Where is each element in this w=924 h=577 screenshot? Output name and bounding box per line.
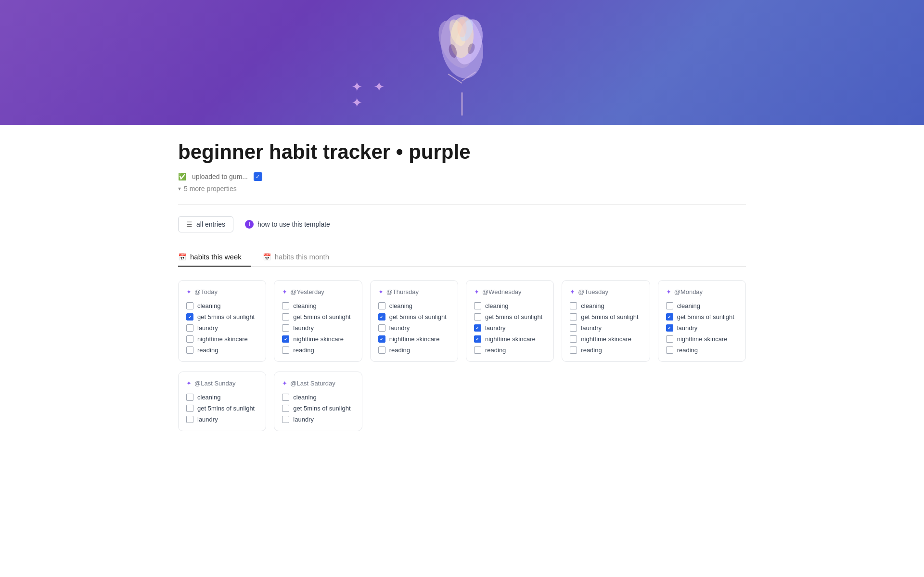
habit-checkbox[interactable] <box>378 346 385 354</box>
tab-habits-week[interactable]: 📅 habits this week <box>178 248 251 267</box>
habit-label: laundry <box>389 324 410 332</box>
habit-checkbox[interactable] <box>666 335 673 343</box>
all-entries-button[interactable]: ☰ all entries <box>178 216 233 232</box>
habit-item: get 5mins of sunlight <box>474 313 546 321</box>
habit-checkbox[interactable] <box>570 302 577 309</box>
habit-checkbox[interactable] <box>186 302 193 309</box>
day-header-tuesday: ✦@Tuesday <box>570 288 642 295</box>
habit-item: nighttime skincare <box>666 335 738 343</box>
day-header-wednesday: ✦@Wednesday <box>474 288 546 295</box>
tab-habits-month-label: habits this month <box>275 253 329 261</box>
habit-item: cleaning <box>186 302 258 309</box>
how-to-button[interactable]: i how to use this template <box>245 220 330 229</box>
habit-label: get 5mins of sunlight <box>389 313 447 321</box>
habit-label: laundry <box>581 324 602 332</box>
habit-label: get 5mins of sunlight <box>197 405 255 412</box>
habit-label: nighttime skincare <box>581 335 631 343</box>
habit-item: cleaning <box>570 302 642 309</box>
sparkle-icon: ✦ <box>570 288 575 295</box>
habit-checkbox[interactable] <box>186 405 193 412</box>
days-grid-row1: ✦@Todaycleaningget 5mins of sunlightlaun… <box>178 280 746 362</box>
habit-checkbox[interactable] <box>186 394 193 401</box>
sparkle-icon: ✦ <box>186 288 192 295</box>
habit-label: reading <box>677 346 698 354</box>
habit-checkbox[interactable] <box>666 313 673 321</box>
chevron-down-icon: ▾ <box>178 185 181 192</box>
habit-label: reading <box>293 346 314 354</box>
page-content: beginner habit tracker • purple ✅ upload… <box>149 141 775 460</box>
habit-checkbox[interactable] <box>186 346 193 354</box>
habit-checkbox[interactable] <box>282 335 289 343</box>
tab-habits-month[interactable]: 📅 habits this month <box>263 248 339 267</box>
habit-checkbox[interactable] <box>282 416 289 423</box>
habit-checkbox[interactable] <box>186 313 193 321</box>
divider <box>178 204 746 205</box>
habit-checkbox[interactable] <box>378 324 385 332</box>
sparkle-icon: ✦ <box>186 380 192 387</box>
habit-label: get 5mins of sunlight <box>293 313 350 321</box>
day-header-yesterday: ✦@Yesterday <box>282 288 354 295</box>
more-properties-label: 5 more properties <box>184 185 237 192</box>
tabs-row: 📅 habits this week 📅 habits this month <box>178 248 746 267</box>
habit-label: nighttime skincare <box>293 335 344 343</box>
habit-checkbox[interactable] <box>378 302 385 309</box>
sparkle-icon: ✦ <box>282 288 287 295</box>
habit-checkbox[interactable] <box>666 346 673 354</box>
habit-label: laundry <box>293 416 314 423</box>
svg-point-9 <box>457 19 466 37</box>
habit-checkbox[interactable] <box>282 313 289 321</box>
day-header-text-thursday: @Thursday <box>386 288 419 295</box>
day-card-yesterday: ✦@Yesterdaycleaningget 5mins of sunlight… <box>274 280 362 362</box>
habit-checkbox[interactable] <box>570 324 577 332</box>
habit-item: laundry <box>570 324 642 332</box>
habit-checkbox[interactable] <box>378 335 385 343</box>
day-header-today: ✦@Today <box>186 288 258 295</box>
hero-flower-image <box>419 10 505 115</box>
habit-item: laundry <box>666 324 738 332</box>
habit-checkbox[interactable] <box>474 313 481 321</box>
habit-label: laundry <box>197 324 218 332</box>
habit-checkbox[interactable] <box>474 302 481 309</box>
habit-item: get 5mins of sunlight <box>282 405 354 412</box>
habit-item: nighttime skincare <box>378 335 450 343</box>
habit-item: reading <box>378 346 450 354</box>
day-header-text-last-sunday: @Last Sunday <box>194 380 235 387</box>
habit-checkbox[interactable] <box>282 405 289 412</box>
habit-checkbox[interactable] <box>186 335 193 343</box>
habit-label: reading <box>389 346 410 354</box>
habit-checkbox[interactable] <box>570 335 577 343</box>
habit-label: get 5mins of sunlight <box>677 313 734 321</box>
habit-checkbox[interactable] <box>282 324 289 332</box>
habit-checkbox[interactable] <box>570 313 577 321</box>
how-to-label: how to use this template <box>257 220 330 228</box>
habit-checkbox[interactable] <box>666 324 673 332</box>
sparkle-icon: ✦ <box>474 288 479 295</box>
property-label: uploaded to gum... <box>192 173 248 180</box>
uploaded-checkbox[interactable]: ✓ <box>254 172 262 181</box>
habit-item: cleaning <box>282 394 354 401</box>
habit-label: nighttime skincare <box>389 335 440 343</box>
habit-label: get 5mins of sunlight <box>197 313 255 321</box>
habit-label: reading <box>581 346 602 354</box>
sparkle-icon: ✦ <box>282 380 287 387</box>
habit-checkbox[interactable] <box>474 324 481 332</box>
habit-label: cleaning <box>293 394 316 401</box>
all-entries-label: all entries <box>196 220 225 228</box>
habit-label: cleaning <box>581 302 604 309</box>
habit-checkbox[interactable] <box>474 346 481 354</box>
habit-item: cleaning <box>378 302 450 309</box>
habit-checkbox[interactable] <box>570 346 577 354</box>
habit-checkbox[interactable] <box>282 302 289 309</box>
habit-checkbox[interactable] <box>474 335 481 343</box>
habit-checkbox[interactable] <box>186 416 193 423</box>
habit-checkbox[interactable] <box>186 324 193 332</box>
properties-section: ✅ uploaded to gum... ✓ ▾ 5 more properti… <box>178 172 746 192</box>
habit-checkbox[interactable] <box>282 394 289 401</box>
habit-checkbox[interactable] <box>378 313 385 321</box>
habit-checkbox[interactable] <box>282 346 289 354</box>
habit-item: nighttime skincare <box>282 335 354 343</box>
habit-item: laundry <box>282 324 354 332</box>
more-properties-toggle[interactable]: ▾ 5 more properties <box>178 185 746 192</box>
checkmark-circle-icon: ✅ <box>178 173 186 180</box>
habit-checkbox[interactable] <box>666 302 673 309</box>
